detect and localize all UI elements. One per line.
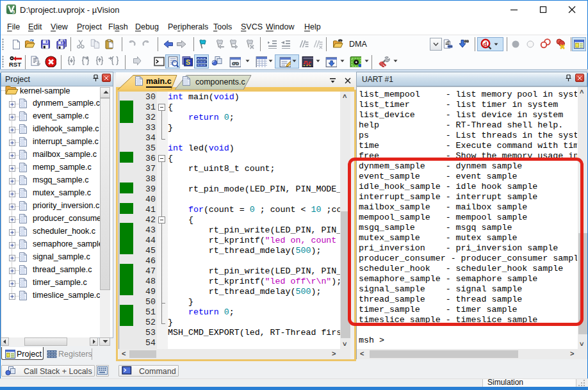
svg-text:5: 5 [12, 9, 15, 15]
svg-text:RST: RST [9, 61, 21, 67]
svg-text:S: S [186, 58, 190, 66]
svg-text:d: d [484, 40, 487, 47]
